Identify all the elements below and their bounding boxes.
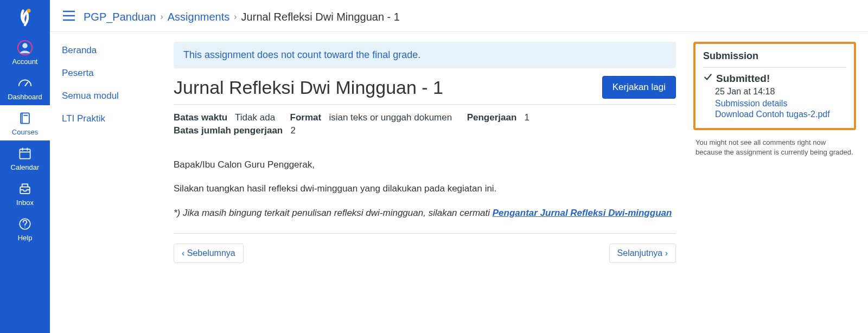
check-icon — [703, 72, 713, 85]
nav-calendar[interactable]: Calendar — [0, 140, 50, 176]
main-wrap: PGP_Panduan › Assignments › Jurnal Refle… — [50, 0, 868, 333]
meta-format-value: isian teks or unggah dokumen — [329, 112, 452, 123]
grading-note: You might not see all comments right now… — [693, 138, 856, 157]
page-title: Jurnal Refleksi Dwi Mingguan - 1 — [174, 77, 443, 98]
submission-details-link[interactable]: Submission details — [715, 99, 846, 108]
sidebar: Submission Submitted! 25 Jan at 14:18 Su… — [693, 42, 856, 333]
help-icon — [16, 215, 34, 233]
nav-calendar-label: Calendar — [11, 163, 40, 171]
svg-point-2 — [22, 43, 27, 48]
breadcrumbs: PGP_Panduan › Assignments › Jurnal Refle… — [84, 11, 400, 23]
submitted-label: Submitted! — [716, 73, 770, 85]
svg-rect-7 — [20, 149, 30, 159]
course-nav-people[interactable]: Peserta — [62, 68, 159, 79]
nav-account-label: Account — [12, 57, 38, 66]
submission-date: 25 Jan at 14:18 — [715, 87, 846, 97]
assignment-body: Bapak/Ibu Calon Guru Penggerak, Silakan … — [174, 144, 676, 220]
calendar-icon — [16, 145, 34, 162]
chevron-left-icon: ‹ — [182, 248, 187, 258]
nav-courses[interactable]: Courses — [0, 105, 50, 140]
book-icon — [16, 110, 34, 127]
next-button-label: Selanjutnya — [617, 248, 663, 258]
nav-inbox[interactable]: Inbox — [0, 176, 50, 211]
meta-attempts-value: 1 — [524, 112, 529, 123]
nav-inbox-label: Inbox — [16, 198, 34, 207]
app-logo[interactable] — [11, 3, 39, 31]
submission-heading: Submission — [703, 50, 846, 68]
nav-dashboard-label: Dashboard — [8, 93, 42, 101]
dashboard-icon — [16, 74, 34, 92]
body-p3-prefix: *) Jika masih bingung terkait penulisan … — [174, 208, 493, 218]
nav-account[interactable]: Account — [0, 35, 50, 70]
retry-button[interactable]: Kerjakan lagi — [602, 76, 676, 99]
breadcrumb-assignments[interactable]: Assignments — [168, 11, 230, 23]
course-nav: Beranda Peserta Semua modul LTI Praktik — [62, 42, 159, 333]
logo-icon — [14, 6, 36, 29]
meta-allowed-value: 2 — [290, 125, 295, 136]
submitted-status: Submitted! — [703, 72, 846, 85]
pager: ‹ Sebelumnya Selanjutnya › — [174, 233, 676, 263]
course-nav-home[interactable]: Beranda — [62, 45, 159, 56]
nav-help[interactable]: Help — [0, 211, 50, 246]
breadcrumb-current: Jurnal Refleksi Dwi Mingguan - 1 — [241, 11, 400, 23]
chevron-right-icon: › — [234, 12, 237, 22]
grade-alert: This assignment does not count toward th… — [174, 42, 676, 68]
nav-dashboard[interactable]: Dashboard — [0, 70, 50, 105]
prev-button-label: Sebelumnya — [187, 248, 235, 258]
global-nav: Account Dashboard Courses Calendar Inbox… — [0, 0, 50, 333]
svg-line-3 — [25, 82, 28, 86]
course-nav-lti[interactable]: LTI Praktik — [62, 113, 159, 124]
body-columns: Beranda Peserta Semua modul LTI Praktik … — [50, 32, 868, 333]
title-row: Jurnal Refleksi Dwi Mingguan - 1 Kerjaka… — [174, 76, 676, 99]
meta-due-label: Batas waktu — [174, 112, 227, 123]
svg-point-0 — [27, 9, 31, 12]
hamburger-icon[interactable] — [62, 10, 76, 24]
assignment-meta: Batas waktu Tidak ada Format isian teks … — [174, 104, 676, 144]
top-bar: PGP_Panduan › Assignments › Jurnal Refle… — [50, 0, 868, 32]
body-p3: *) Jika masih bingung terkait penulisan … — [174, 206, 676, 220]
breadcrumb-course[interactable]: PGP_Panduan — [84, 11, 156, 23]
nav-help-label: Help — [18, 234, 33, 242]
body-p2: Silakan tuangkan hasil refleksi dwi-ming… — [174, 182, 676, 196]
inbox-icon — [16, 180, 34, 197]
chevron-right-icon: › — [662, 248, 668, 258]
meta-due-value: Tidak ada — [235, 112, 275, 123]
meta-attempts-label: Pengerjaan — [467, 112, 517, 123]
course-nav-modules[interactable]: Semua modul — [62, 91, 159, 101]
download-file-link[interactable]: Download Contoh tugas-2.pdf — [715, 110, 846, 119]
content: This assignment does not count toward th… — [174, 42, 679, 333]
meta-format-label: Format — [290, 112, 322, 123]
user-circle-icon — [16, 39, 34, 56]
body-p1: Bapak/Ibu Calon Guru Penggerak, — [174, 158, 676, 172]
nav-courses-label: Courses — [12, 128, 38, 136]
next-button[interactable]: Selanjutnya › — [609, 244, 676, 263]
prev-button[interactable]: ‹ Sebelumnya — [174, 244, 244, 263]
chevron-right-icon: › — [160, 12, 163, 22]
intro-link[interactable]: Pengantar Jurnal Refleksi Dwi-mingguan — [493, 208, 672, 218]
svg-point-16 — [24, 227, 25, 228]
submission-box: Submission Submitted! 25 Jan at 14:18 Su… — [693, 42, 856, 130]
meta-allowed-label: Batas jumlah pengerjaan — [174, 125, 283, 136]
